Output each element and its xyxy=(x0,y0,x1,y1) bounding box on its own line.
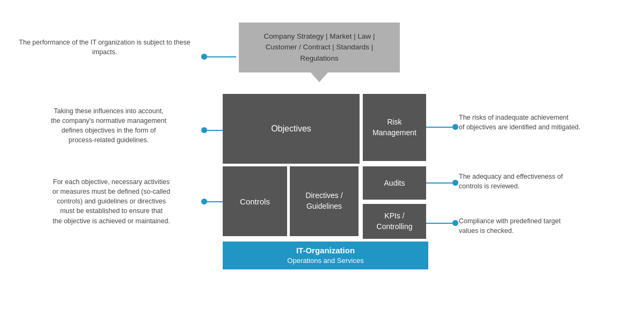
kpis-label: KPIs /Controlling xyxy=(377,211,413,232)
left-annotation-1: The performance of the IT organization i… xyxy=(13,38,196,57)
dot-right-3 xyxy=(452,220,458,226)
audits-block: Audits xyxy=(363,166,426,200)
dot-left-2 xyxy=(201,127,207,133)
directives-block: Directives /Guidelines xyxy=(290,166,358,236)
connector-right-3 xyxy=(426,223,456,224)
objectives-block: Objectives xyxy=(223,94,360,164)
diagram-container: The performance of the IT organization i… xyxy=(0,0,644,322)
audits-label: Audits xyxy=(384,179,405,187)
objectives-label: Objectives xyxy=(271,124,311,134)
it-org-title: IT-Organization xyxy=(296,245,355,256)
kpis-block: KPIs /Controlling xyxy=(363,204,426,239)
controls-label: Controls xyxy=(240,197,270,206)
strategy-text: Company Strategy | Market | Law | Custom… xyxy=(264,32,375,62)
dot-right-1 xyxy=(452,124,458,130)
strategy-box: Company Strategy | Market | Law | Custom… xyxy=(239,23,400,72)
left-annotation-3: For each objective, necessary activities… xyxy=(13,177,209,226)
connector-right-1 xyxy=(426,127,456,128)
dot-left-1 xyxy=(201,54,207,60)
dot-left-3 xyxy=(201,199,207,204)
right-annotation-1: The risks of inadequate achievementof ob… xyxy=(459,113,631,132)
connector-right-2 xyxy=(426,182,456,184)
controls-block: Controls xyxy=(223,166,287,236)
right-annotation-3: Compliance with predefined targetvalues … xyxy=(459,216,631,236)
dot-right-2 xyxy=(452,180,458,186)
left-annotation-2: Taking these influences into account,the… xyxy=(13,106,204,145)
it-org-subtitle: Operations and Services xyxy=(287,256,363,266)
risk-block: RiskManagement xyxy=(363,94,426,161)
directives-label: Directives /Guidelines xyxy=(305,191,342,211)
right-annotation-2: The adequacy and effectiveness ofcontrol… xyxy=(459,172,631,191)
it-org-block: IT-Organization Operations and Services xyxy=(223,241,428,269)
risk-label: RiskManagement xyxy=(372,117,416,138)
